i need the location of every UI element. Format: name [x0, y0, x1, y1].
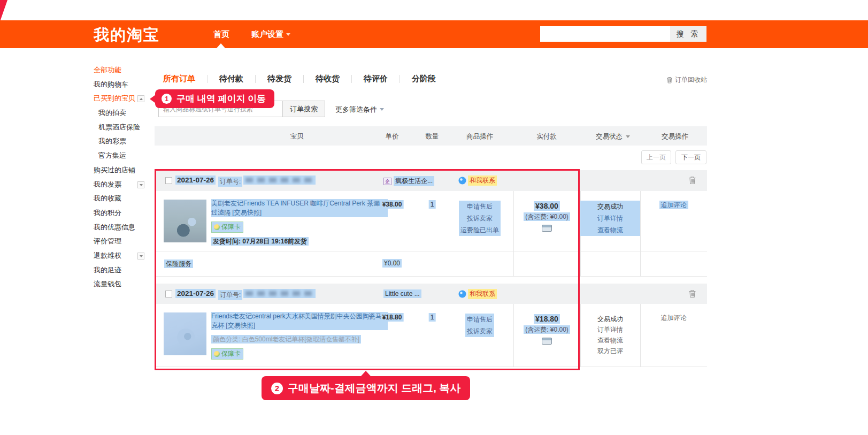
- tab-pending-payment[interactable]: 待付款: [219, 74, 243, 84]
- header-search-button[interactable]: 搜 索: [670, 26, 706, 42]
- sidebar-item-my-coupons[interactable]: 我的优惠信息: [94, 220, 160, 235]
- more-filters-link[interactable]: 更多筛选条件: [335, 105, 384, 115]
- tab-divider: [207, 75, 208, 83]
- sidebar-item-refunds-rights-label: 退款维权: [94, 251, 121, 260]
- nav-account-settings[interactable]: 账户设置: [251, 29, 290, 40]
- sidebar-item-official-consolidation[interactable]: 官方集运: [94, 149, 160, 163]
- order-checkbox[interactable]: [165, 177, 172, 184]
- shop-name: Little cute ...: [383, 289, 421, 298]
- column-header-status: 交易状态: [596, 132, 630, 141]
- header-search-input[interactable]: [540, 26, 670, 42]
- enterprise-shop-badge-icon: 企: [383, 178, 391, 185]
- sidebar-item-cart[interactable]: 我的购物车: [94, 78, 160, 92]
- product-title-link[interactable]: 美剧老友记Friends TEA INFUSER 咖啡厅Central Perk…: [211, 199, 388, 217]
- ship-time-text: 发货时间: 07月28日 19:16前发货: [211, 237, 309, 246]
- product-title-link[interactable]: Friends老友记central perk大水杯美国情景剧中央公园陶瓷马克杯 …: [211, 312, 388, 330]
- delete-order-button[interactable]: [688, 176, 696, 185]
- complain-seller-label: 投诉卖家: [459, 212, 501, 224]
- tab-pending-receipt[interactable]: 待收货: [316, 74, 340, 84]
- sidebar-item-my-favorites[interactable]: 我的收藏: [94, 192, 160, 206]
- quantity: 1: [429, 314, 436, 321]
- view-logistics-link[interactable]: 查看物流: [580, 224, 640, 236]
- collapse-up-icon[interactable]: [137, 95, 144, 102]
- payment-card-icon[interactable]: [542, 225, 552, 232]
- next-page-button[interactable]: 下一页: [675, 150, 706, 164]
- sidebar-item-my-footprints[interactable]: 我的足迹: [94, 263, 160, 278]
- order-search-button[interactable]: 订单搜索: [282, 101, 325, 117]
- paid-amount: ¥38.00: [513, 202, 580, 210]
- apply-aftersale-label: 申请售后: [465, 314, 494, 325]
- nav-home[interactable]: 首页: [213, 29, 229, 40]
- quantity: 1: [429, 201, 436, 208]
- order-checkbox[interactable]: [165, 291, 172, 297]
- prev-page-button[interactable]: 上一页: [641, 150, 671, 164]
- complain-seller-link[interactable]: 投诉卖家: [465, 325, 494, 337]
- annotation-step1: 1 구매 내역 페이지 이동: [155, 89, 274, 108]
- warranty-card-badge: 保障卡: [211, 348, 243, 360]
- sidebar-item-shops-purchased[interactable]: 购买过的店铺: [94, 163, 160, 178]
- expand-down-icon[interactable]: [137, 253, 144, 260]
- quantity-value: 1: [429, 313, 436, 322]
- paid-amount-cell: ¥38.00 (含运费: ¥0.00): [513, 191, 580, 277]
- shipping-insurance-issued-link[interactable]: 运费险已出单: [459, 224, 501, 236]
- tab-divider: [255, 75, 256, 83]
- tab-staged[interactable]: 分阶段: [412, 74, 436, 84]
- delete-order-button[interactable]: [688, 289, 696, 298]
- paid-shipping-note: (含运费: ¥0.00): [513, 212, 580, 222]
- complain-seller-link[interactable]: 投诉卖家: [459, 212, 501, 224]
- column-header-unit-price: 单价: [386, 132, 399, 141]
- order-detail-link[interactable]: 订单详情: [580, 324, 640, 335]
- order-recycle-bin-link[interactable]: 订单回收站: [666, 75, 707, 85]
- order-header-bar: 2021-07-26 订单号: 企 疯极生活企... 和我联系: [155, 170, 707, 191]
- contact-seller-link[interactable]: 和我联系: [458, 289, 497, 299]
- sidebar-item-data-wallet[interactable]: 流量钱包: [94, 277, 160, 292]
- sidebar-item-my-invoices[interactable]: 我的发票: [94, 178, 160, 192]
- product-image[interactable]: [164, 312, 206, 355]
- add-review-link[interactable]: 追加评论: [659, 201, 688, 209]
- quantity-value: 1: [429, 200, 436, 209]
- tab-all-orders[interactable]: 所有订单: [163, 74, 195, 84]
- warranty-icon: [214, 351, 220, 357]
- paid-shipping-note: (含运费: ¥0.00): [513, 325, 580, 334]
- sidebar-item-all-functions[interactable]: 全部功能: [94, 63, 160, 78]
- order-row: 2021-07-26 订单号: 企 疯极生活企... 和我联系: [155, 170, 707, 277]
- order-detail-link[interactable]: 订单详情: [580, 212, 640, 224]
- status-filter-dropdown-icon[interactable]: [626, 135, 630, 138]
- tab-divider: [400, 75, 400, 83]
- apply-aftersale-link[interactable]: 申请售后: [465, 314, 494, 325]
- shipping-insurance-issued-label: 运费险已出单: [459, 224, 501, 236]
- insurance-service-label: 保险服务: [164, 260, 193, 269]
- tab-pending-shipment[interactable]: 待发货: [267, 74, 291, 84]
- unit-price-value: ¥18.80: [381, 313, 404, 322]
- apply-aftersale-link[interactable]: 申请售后: [459, 201, 501, 212]
- sidebar-item-review-management[interactable]: 评价管理: [94, 234, 160, 249]
- my-taobao-logo[interactable]: 我的淘宝: [94, 25, 160, 46]
- view-logistics-link[interactable]: 查看物流: [580, 335, 640, 346]
- active-nav-indicator: [217, 43, 225, 48]
- contact-seller-link[interactable]: 和我联系: [458, 175, 497, 186]
- sidebar-item-my-auctions[interactable]: 我的拍卖: [94, 106, 160, 120]
- sidebar-item-my-points[interactable]: 我的积分: [94, 206, 160, 220]
- payment-card-icon[interactable]: [542, 338, 552, 345]
- more-filters-label: 更多筛选条件: [335, 105, 377, 113]
- shop-link[interactable]: 企 疯极生活企...: [383, 176, 434, 186]
- column-header-paid: 实付款: [536, 132, 557, 141]
- paid-shipping-note-value: (含运费: ¥0.00): [524, 325, 570, 334]
- sidebar-item-refunds-rights[interactable]: 退款维权: [94, 249, 160, 263]
- sidebar-item-my-lottery[interactable]: 我的彩票: [94, 134, 160, 149]
- wangwang-icon: [458, 177, 466, 185]
- order-tabs: 所有订单 待付款 待发货 待收货 待评价 分阶段: [163, 74, 436, 84]
- trash-icon: [688, 176, 696, 185]
- product-image[interactable]: [164, 200, 206, 242]
- column-header-status-label: 交易状态: [596, 133, 623, 140]
- order-recycle-bin-label: 订单回收站: [675, 75, 707, 85]
- sidebar-item-flight-hotel-insurance[interactable]: 机票酒店保险: [94, 120, 160, 135]
- add-review-link[interactable]: 追加评论: [661, 314, 687, 322]
- shop-link[interactable]: Little cute ...: [383, 289, 421, 298]
- status-cell: 交易成功 订单详情 查看物流: [580, 201, 640, 236]
- sidebar-item-purchased-items-label: 已买到的宝贝: [94, 94, 135, 102]
- tab-pending-review[interactable]: 待评价: [364, 74, 388, 84]
- tab-divider: [303, 75, 304, 83]
- expand-down-icon[interactable]: [137, 181, 144, 188]
- product-info: 美剧老友记Friends TEA INFUSER 咖啡厅Central Perk…: [211, 199, 388, 246]
